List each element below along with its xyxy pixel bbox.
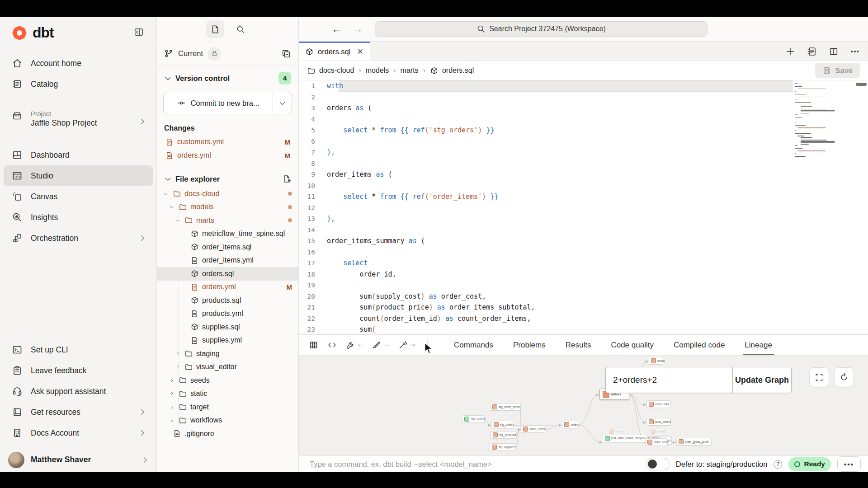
panel-tab-problems[interactable]: Problems xyxy=(513,335,546,355)
code-line-5[interactable]: 5 select * from {{ ref('stg_orders') }} xyxy=(299,125,868,136)
tab-orders-sql[interactable]: orders.sql ✕ xyxy=(299,42,370,61)
split-editor-button[interactable] xyxy=(829,47,839,56)
lineage-node-order_gross_profit[interactable]: order_gross_profit xyxy=(676,438,712,446)
build-tools-button[interactable] xyxy=(346,340,363,350)
code-line-11[interactable]: 11 select * from {{ ref('order_items') }… xyxy=(299,191,868,202)
code-line-18[interactable]: 18 order_id, xyxy=(299,269,868,280)
sidebar-item-insights[interactable]: Insights xyxy=(4,207,153,228)
panel-tab-compiled-code[interactable]: Compiled code xyxy=(674,335,725,355)
tree-item-workflows[interactable]: workflows xyxy=(157,414,298,427)
tree-item-static[interactable]: static xyxy=(157,387,298,401)
code-line-4[interactable]: 4 xyxy=(299,114,868,125)
code-line-3[interactable]: 3orders as ( xyxy=(299,103,868,114)
code-line-8[interactable]: 8 xyxy=(299,158,868,169)
update-graph-button[interactable]: Update Graph xyxy=(732,367,791,393)
sidebar-item-set-up-cli[interactable]: Set up CLI xyxy=(4,339,153,360)
tree-item-supplies-yml[interactable]: supplies.yml xyxy=(157,334,298,347)
tree-item-visual-editor[interactable]: visual_editor xyxy=(157,361,298,374)
tree-item-metricflow-time-spine-sql[interactable]: metricflow_time_spine.sql xyxy=(157,227,298,241)
editor-more-button[interactable] xyxy=(850,47,860,56)
code-line-14[interactable]: 14 xyxy=(299,225,868,236)
sidebar-item-orchestration[interactable]: Orchestration xyxy=(4,228,153,249)
tree-item-models[interactable]: models xyxy=(157,201,298,214)
tree-item-products-sql[interactable]: products.sql xyxy=(157,294,298,307)
tree-item-order-items-sql[interactable]: order_items.sql xyxy=(157,240,298,254)
lineage-node-test_orders[interactable]: test_order_items_compare_to_totals xyxy=(603,435,648,442)
refresh-button[interactable] xyxy=(834,367,854,387)
breadcrumb-item[interactable]: marts xyxy=(401,66,419,75)
lineage-node-order_total[interactable]: order_total xyxy=(646,400,671,408)
tree-item-marts[interactable]: marts xyxy=(157,214,298,227)
ai-assist-button[interactable] xyxy=(398,340,415,350)
code-line-21[interactable]: 21 sum(product_price) as order_items_sub… xyxy=(299,302,868,313)
lineage-node-food_orders[interactable]: food_orders xyxy=(646,418,671,426)
changed-file-orders.yml[interactable]: orders.ymlM xyxy=(157,149,298,162)
code-line-10[interactable]: 10 xyxy=(299,180,868,192)
table-icon[interactable] xyxy=(309,340,318,350)
lineage-node-order_cost[interactable]: order_cost xyxy=(645,438,668,446)
code-line-1[interactable]: 1with xyxy=(299,80,868,92)
sidebar-item-get-resources[interactable]: Get resources xyxy=(4,402,153,422)
save-button[interactable]: Save xyxy=(815,63,860,78)
code-line-13[interactable]: 13), xyxy=(299,213,868,225)
code-line-6[interactable]: 6 xyxy=(299,136,868,147)
new-tab-button[interactable] xyxy=(785,47,795,56)
tree-item-docs-cloud[interactable]: docs-cloud xyxy=(157,187,298,201)
lineage-node-stg_order_items[interactable]: stg_order_items xyxy=(490,403,521,411)
code-line-23[interactable]: 23 sum( xyxy=(299,324,868,334)
back-arrow-icon[interactable]: ← xyxy=(331,23,342,34)
code-line-17[interactable]: 17 select xyxy=(299,258,868,269)
sidebar-item-ask-support-assistant[interactable]: Ask support assistant xyxy=(4,381,153,402)
code-line-2[interactable]: 2 xyxy=(299,92,868,103)
lineage-node-faded1[interactable]: orders xyxy=(607,427,623,435)
panel-tab-lineage[interactable]: Lineage xyxy=(745,335,772,355)
commit-button[interactable]: Commit to new bra... xyxy=(163,92,292,114)
minimap[interactable] xyxy=(795,83,838,164)
code-line-22[interactable]: 22 count(order_item_id) as count_order_i… xyxy=(299,313,868,324)
tree-item-seeds[interactable]: seeds xyxy=(157,374,298,387)
code-line-12[interactable]: 12 xyxy=(299,202,868,214)
changed-file-customers.yml[interactable]: customers.ymlM xyxy=(157,135,298,149)
panel-collapse-icon[interactable] xyxy=(134,27,146,39)
commit-options-button[interactable] xyxy=(273,92,292,114)
status-badge[interactable]: Ready xyxy=(788,457,831,471)
files-view-button[interactable] xyxy=(206,20,224,38)
tree-item-products-yml[interactable]: products.yml xyxy=(157,307,298,321)
breadcrumb-item[interactable]: docs-cloud xyxy=(307,66,354,75)
tree-item-orders-sql[interactable]: orders.sql xyxy=(157,267,298,281)
panel-tab-code-quality[interactable]: Code quality xyxy=(611,335,654,355)
search-view-button[interactable] xyxy=(231,20,250,38)
new-file-icon[interactable] xyxy=(282,174,291,183)
code-line-20[interactable]: 20 sum(supply_cost) as order_cost, xyxy=(299,291,868,302)
sidebar-item-leave-feedback[interactable]: Leave feedback xyxy=(4,360,153,381)
catalog-panel-button[interactable] xyxy=(807,46,817,57)
lineage-node-hours[interactable]: hours xyxy=(649,357,663,365)
sidebar-item-account-home[interactable]: Account home xyxy=(4,53,153,74)
code-line-19[interactable]: 19 xyxy=(299,280,868,291)
tree-item-staging[interactable]: staging xyxy=(157,347,298,361)
sidebar-item-docs-account[interactable]: Docs Account xyxy=(4,422,153,443)
tree-item-orders-yml[interactable]: orders.ymlM xyxy=(157,281,298,294)
tree-item-target[interactable]: target xyxy=(157,400,298,414)
lineage-selector-input[interactable]: 2+orders+2 xyxy=(606,367,732,393)
code-editor[interactable]: 1with23orders as (45 select * from {{ re… xyxy=(299,80,868,334)
tree-item-order-items-yml[interactable]: order_items.yml xyxy=(157,254,298,267)
fullscreen-button[interactable] xyxy=(809,367,829,387)
close-icon[interactable]: ✕ xyxy=(357,47,363,56)
branch-row[interactable]: Current xyxy=(157,42,298,66)
lineage-node-stg_supplies[interactable]: stg_supplies xyxy=(490,443,515,451)
lineage-node-raw_orders[interactable]: raw_orders xyxy=(462,415,485,423)
code-line-15[interactable]: 15order_items_summary as ( xyxy=(299,235,868,247)
lineage-node-stg_orders[interactable]: stg_orders xyxy=(491,421,514,428)
defer-toggle[interactable] xyxy=(646,458,670,470)
lineage-node-stg_products[interactable]: stg_products xyxy=(491,431,516,439)
scrollbar-thumb[interactable] xyxy=(856,83,867,86)
version-control-header[interactable]: Version control 4 xyxy=(157,66,298,88)
panel-tab-commands[interactable]: Commands xyxy=(454,335,493,355)
lineage-canvas[interactable]: raw_orders stg_order_items stg_orders st… xyxy=(299,356,868,455)
forward-arrow-icon[interactable]: → xyxy=(352,23,363,34)
project-search-input[interactable]: Search Project 372475 (Workspace) xyxy=(375,21,708,37)
panel-tab-results[interactable]: Results xyxy=(566,335,591,355)
more-options-button[interactable]: ••• xyxy=(837,456,861,472)
breadcrumb-item[interactable]: orders.sql xyxy=(430,66,474,75)
